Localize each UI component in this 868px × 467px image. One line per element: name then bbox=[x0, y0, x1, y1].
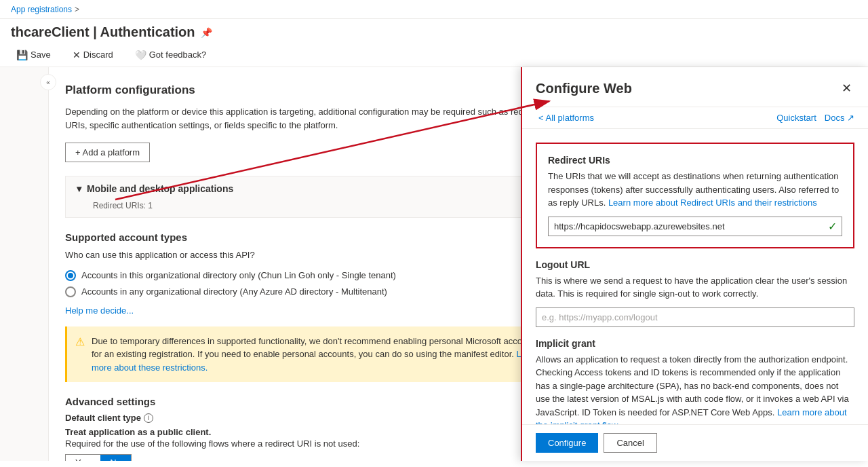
discard-button[interactable]: ✕ Discard bbox=[67, 47, 119, 63]
logout-url-section: Logout URL This is where we send a reque… bbox=[536, 259, 854, 327]
feedback-button[interactable]: 🤍 Got feedback? bbox=[130, 47, 212, 63]
panel-doc-links: Quickstart Docs ↗ bbox=[776, 113, 854, 123]
back-link-label: < All platforms bbox=[538, 113, 594, 123]
yes-toggle-button[interactable]: Yes bbox=[66, 455, 99, 461]
cancel-button[interactable]: Cancel bbox=[604, 433, 656, 453]
redirect-uri-input[interactable] bbox=[548, 217, 842, 236]
platform-config-desc: Depending on the platform or device this… bbox=[65, 105, 553, 132]
warning-text: Due to temporary differences in supporte… bbox=[92, 335, 545, 375]
discard-icon: ✕ bbox=[73, 50, 81, 60]
radio-single-tenant-btn bbox=[65, 270, 76, 281]
page-header: thcareClient | Authentication 📌 bbox=[0, 19, 868, 43]
implicit-grant-section: Implicit grant Allows an application to … bbox=[536, 338, 854, 425]
help-me-decide-link[interactable]: Help me decide... bbox=[65, 305, 134, 316]
panel-body: Redirect URIs The URIs that we will acce… bbox=[522, 129, 868, 424]
no-toggle-button[interactable]: No bbox=[100, 455, 131, 461]
all-platforms-link[interactable]: < All platforms bbox=[536, 113, 594, 123]
sidebar-toggle[interactable]: « bbox=[40, 74, 56, 90]
mobile-section-title: Mobile and desktop applications bbox=[87, 183, 233, 194]
save-button[interactable]: 💾 Save bbox=[11, 47, 56, 63]
logout-url-input[interactable] bbox=[536, 307, 854, 327]
toolbar: 💾 Save ✕ Discard 🤍 Got feedback? bbox=[0, 43, 868, 67]
implicit-grant-desc: Allows an application to request a token… bbox=[536, 353, 854, 425]
add-platform-button[interactable]: + Add a platform bbox=[65, 143, 150, 162]
discard-label: Discard bbox=[83, 50, 113, 60]
configure-button[interactable]: Configure bbox=[536, 433, 598, 453]
warning-box: ⚠ Due to temporary differences in suppor… bbox=[65, 326, 553, 383]
docs-link[interactable]: Docs ↗ bbox=[825, 113, 854, 123]
logout-url-desc: This is where we send a request to have … bbox=[536, 274, 854, 301]
redirect-uris-learn-more-link[interactable]: Learn more about Redirect URIs and their… bbox=[608, 198, 817, 208]
radio-single-tenant-label: Accounts in this organizational director… bbox=[81, 270, 396, 280]
feedback-icon: 🤍 bbox=[135, 50, 146, 60]
breadcrumb-app-registrations[interactable]: App registrations bbox=[11, 5, 72, 14]
panel-footer: Configure Cancel bbox=[522, 424, 868, 461]
redirect-uri-input-wrapper: ✓ bbox=[548, 217, 842, 236]
close-panel-button[interactable]: ✕ bbox=[839, 78, 854, 98]
page-title: thcareClient | Authentication bbox=[11, 24, 195, 40]
configure-web-panel: Configure Web ✕ < All platforms Quicksta… bbox=[521, 67, 868, 461]
uri-check-icon: ✓ bbox=[828, 220, 837, 233]
info-icon[interactable]: i bbox=[144, 413, 153, 423]
redirect-uris-section: Redirect URIs The URIs that we will acce… bbox=[536, 143, 854, 248]
breadcrumb: App registrations > bbox=[0, 0, 868, 19]
sidebar: « bbox=[0, 67, 49, 461]
pin-icon[interactable]: 📌 bbox=[201, 27, 212, 38]
panel-nav: < All platforms Quickstart Docs ↗ bbox=[522, 107, 868, 129]
yes-no-toggle: Yes No bbox=[65, 454, 132, 461]
redirect-uris-desc: The URIs that we will accept as destinat… bbox=[548, 170, 842, 210]
panel-title: Configure Web bbox=[536, 81, 632, 96]
chevron-down-icon: ▾ bbox=[77, 183, 81, 194]
supported-accounts-question: Who can use this application or access t… bbox=[65, 248, 553, 262]
redirect-uris-title: Redirect URIs bbox=[548, 155, 842, 166]
panel-header: Configure Web ✕ bbox=[522, 67, 868, 107]
implicit-grant-title: Implicit grant bbox=[536, 338, 854, 349]
default-client-type-label: Default client type bbox=[65, 413, 141, 423]
warning-message: Due to temporary differences in supporte… bbox=[92, 336, 539, 360]
radio-multitenant-label: Accounts in any organizational directory… bbox=[81, 286, 387, 297]
feedback-label: Got feedback? bbox=[149, 50, 207, 60]
breadcrumb-separator: > bbox=[75, 5, 79, 14]
quickstart-link[interactable]: Quickstart bbox=[776, 113, 816, 123]
warning-icon: ⚠ bbox=[75, 335, 85, 375]
add-platform-label: + Add a platform bbox=[75, 147, 140, 157]
main-container: « Platform configurations Depending on t… bbox=[0, 67, 868, 461]
radio-multitenant-btn bbox=[65, 286, 76, 297]
logout-url-title: Logout URL bbox=[536, 259, 854, 270]
save-label: Save bbox=[31, 50, 51, 60]
save-icon: 💾 bbox=[16, 50, 28, 60]
